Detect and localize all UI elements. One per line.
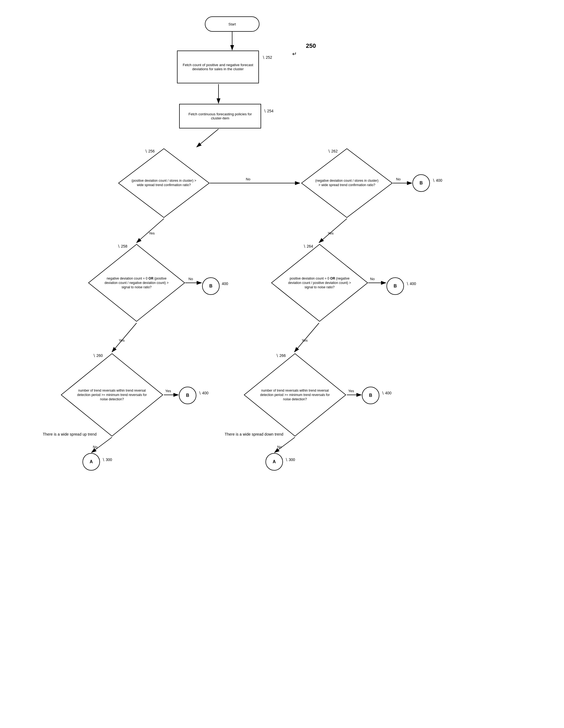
svg-line-32 bbox=[275, 437, 295, 453]
ref-b1: ∖ 400 bbox=[432, 178, 442, 183]
node-252: Fetch count of positive and negative for… bbox=[177, 51, 259, 83]
down-trend-text: There is a wide spread down trend bbox=[225, 432, 283, 437]
circle-b-2-label: B bbox=[209, 284, 213, 289]
ref-266: ∖ 266 bbox=[276, 353, 286, 358]
svg-line-12 bbox=[137, 219, 164, 243]
svg-text:No: No bbox=[396, 177, 401, 181]
title-brace: ↵ bbox=[292, 51, 297, 57]
svg-line-20 bbox=[112, 323, 137, 352]
diagram-title: 250 bbox=[306, 42, 316, 49]
svg-text:No: No bbox=[246, 177, 251, 181]
svg-text:No: No bbox=[189, 277, 193, 281]
svg-text:No: No bbox=[93, 445, 98, 449]
circle-b-4-label: B bbox=[186, 393, 189, 398]
svg-line-9 bbox=[197, 129, 219, 147]
circle-b-1-label: B bbox=[419, 181, 423, 186]
circle-b-3: B bbox=[386, 277, 404, 295]
circle-b-5-label: B bbox=[369, 393, 372, 398]
svg-text:Yes: Yes bbox=[165, 389, 171, 393]
node-258-label: negative deviation count = 0 OR (positiv… bbox=[102, 276, 171, 290]
circle-a-2: A bbox=[266, 453, 283, 471]
node-264: positive deviation count = 0 OR (negativ… bbox=[271, 243, 369, 322]
node-262: (negative deviation count / stores in cl… bbox=[300, 148, 393, 219]
start-node: Start bbox=[205, 16, 260, 32]
circle-a-2-label: A bbox=[273, 459, 276, 464]
ref-262: ∖ 262 bbox=[328, 149, 337, 153]
node-256-label: (positive deviation count / stores in cl… bbox=[131, 179, 197, 187]
svg-text:Yes: Yes bbox=[149, 231, 155, 235]
down-trend-label: There is a wide spread down trend bbox=[224, 432, 284, 437]
circle-b-5: B bbox=[362, 387, 379, 404]
svg-line-16 bbox=[319, 219, 347, 243]
ref-b4: ∖ 400 bbox=[199, 391, 209, 395]
ref-252: ∖ 252 bbox=[262, 55, 272, 60]
node-266-label: number of trend reversals within trend r… bbox=[260, 388, 330, 402]
circle-a-1-label: A bbox=[90, 459, 93, 464]
node-266: number of trend reversals within trend r… bbox=[243, 353, 347, 437]
up-trend-label: There is a wide spread up trend bbox=[40, 432, 100, 437]
circle-b-4: B bbox=[179, 387, 196, 404]
svg-text:Yes: Yes bbox=[348, 389, 354, 393]
node-262-label: (negative deviation count / stores in cl… bbox=[314, 179, 380, 187]
circle-b-1: B bbox=[412, 174, 430, 192]
svg-text:Yes: Yes bbox=[328, 231, 334, 235]
node-254-label: Fetch continuous forecasting policies fo… bbox=[184, 112, 257, 120]
ref-b2: 400 bbox=[222, 281, 228, 286]
svg-text:Yes: Yes bbox=[302, 338, 308, 342]
ref-a1: ∖ 300 bbox=[102, 457, 112, 462]
circle-b-3-label: B bbox=[393, 284, 397, 289]
ref-260: ∖ 260 bbox=[93, 353, 103, 358]
ref-a2: ∖ 300 bbox=[285, 457, 295, 462]
up-trend-text: There is a wide spread up trend bbox=[43, 432, 97, 437]
node-252-label: Fetch count of positive and negative for… bbox=[181, 63, 255, 71]
start-label: Start bbox=[228, 22, 236, 26]
node-260: number of trend reversals within trend r… bbox=[60, 353, 164, 437]
ref-b5: ∖ 400 bbox=[381, 391, 391, 395]
svg-line-28 bbox=[92, 437, 112, 453]
svg-text:No: No bbox=[277, 445, 282, 449]
circle-b-2: B bbox=[202, 277, 220, 295]
node-256: (positive deviation count / stores in cl… bbox=[118, 148, 210, 219]
circle-a-1: A bbox=[83, 453, 100, 471]
ref-264: ∖ 264 bbox=[303, 244, 313, 248]
svg-line-24 bbox=[294, 323, 319, 352]
ref-258: ∖ 258 bbox=[118, 244, 127, 248]
ref-254: ∖ 254 bbox=[264, 109, 274, 113]
node-264-label: positive deviation count = 0 OR (negativ… bbox=[285, 276, 354, 290]
node-258: negative deviation count = 0 OR (positiv… bbox=[87, 243, 186, 322]
flowchart-diagram: 250 ↵ Start Fetch count of positive and … bbox=[0, 0, 564, 728]
node-254: Fetch continuous forecasting policies fo… bbox=[179, 104, 261, 128]
ref-256: ∖ 256 bbox=[145, 149, 155, 153]
svg-text:No: No bbox=[370, 277, 375, 281]
node-260-label: number of trend reversals within trend r… bbox=[77, 388, 148, 402]
ref-b3: ∖ 400 bbox=[406, 281, 416, 286]
svg-text:Yes: Yes bbox=[119, 338, 125, 342]
